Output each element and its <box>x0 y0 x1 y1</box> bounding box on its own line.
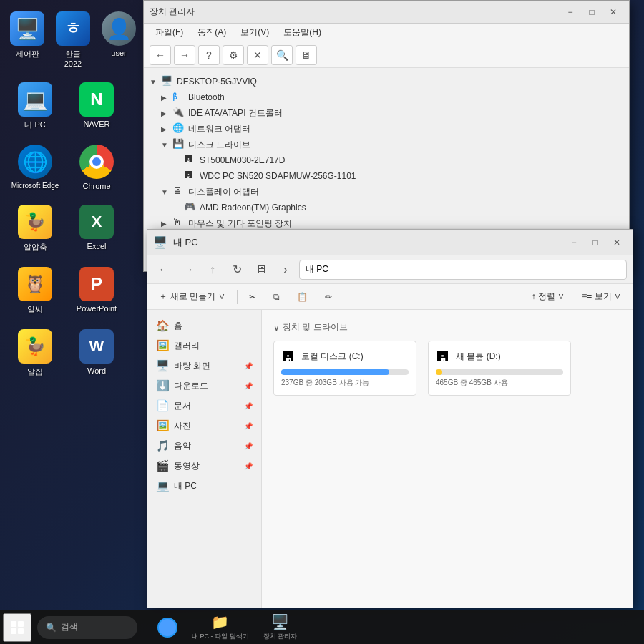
paste-button[interactable]: 📋 <box>291 289 313 305</box>
pin-icon-music: 📌 <box>244 442 253 450</box>
tree-bluetooth[interactable]: ▶ ꞵ Bluetooth <box>161 89 623 105</box>
music-icon: 🎵 <box>156 439 170 452</box>
taskbar-items: 📁 내 PC - 파일 탐색기 🖥️ 장치 관리자 <box>152 612 303 643</box>
file-explorer-window: 🖥️ 내 PC − □ ✕ ← → ↑ ↻ 🖥 › 내 PC ＋ 새로 만들기 … <box>147 229 633 608</box>
explorer-win-controls: − □ ✕ <box>564 234 627 251</box>
taskbar-devmgr-item[interactable]: 🖥️ 장치 관리자 <box>258 612 303 643</box>
cut-button[interactable]: ✂ <box>243 289 262 305</box>
tree-ide[interactable]: ▶ 🔌 IDE ATA/ATAPI 컨트롤러 <box>161 105 623 121</box>
nav-up[interactable]: ↑ <box>202 260 223 280</box>
sidebar-mypc[interactable]: 💻 내 PC <box>147 476 261 496</box>
drive-c-card[interactable]: 🖪 로컬 디스크 (C:) 237GB 중 203GB 사용 가능 <box>273 341 416 396</box>
start-button[interactable] <box>3 613 31 642</box>
toolbar-update[interactable]: ⚙ <box>223 45 244 65</box>
close-button[interactable]: ✕ <box>603 4 623 21</box>
nav-back[interactable]: ← <box>153 260 175 280</box>
desktop-icon-aljip[interactable]: 🦆 알집 <box>7 325 63 381</box>
desktop-icon-hangeul[interactable]: ㅎ 한글 2022 <box>53 7 93 72</box>
explorer-main: ∨ 장치 및 드라이브 🖪 로컬 디스크 (C:) 237GB 중 203GB … <box>262 310 633 608</box>
rename-button[interactable]: ✏ <box>319 289 338 305</box>
sort-button[interactable]: ↑ 정렬 ∨ <box>526 288 571 306</box>
menu-help[interactable]: 도움말(H) <box>278 25 327 40</box>
copy-icon: ⧉ <box>273 292 280 302</box>
drive-c-label: 로컬 디스크 (C:) <box>301 351 364 363</box>
tree-disk[interactable]: ▼ 💾 디스크 드라이브 <box>161 137 623 152</box>
desktop-icon-alssee[interactable]: 🦉 알씨 <box>7 263 63 319</box>
excel-label: Excel <box>87 242 107 250</box>
sidebar-music[interactable]: 🎵 음악 📌 <box>147 436 261 456</box>
drive-c-icon: 🖪 <box>281 348 296 365</box>
drive-c-bar-fill <box>281 369 389 375</box>
nav-forward[interactable]: → <box>177 260 199 280</box>
tree-gpu[interactable]: 🎮 AMD Radeon(TM) Graphics <box>172 200 623 215</box>
taskbar-globe-item[interactable] <box>152 612 183 643</box>
desktop-icon-excel[interactable]: X Excel <box>69 200 125 257</box>
drive-c-header: 🖪 로컬 디스크 (C:) <box>281 348 409 365</box>
edge-icon: 🌐 <box>18 145 52 179</box>
explorer-close[interactable]: ✕ <box>607 234 627 251</box>
nav-more[interactable]: › <box>275 260 296 280</box>
minimize-button[interactable]: − <box>560 4 580 21</box>
maximize-button[interactable]: □ <box>582 4 602 21</box>
sidebar-home[interactable]: 🏠 홈 <box>147 316 261 336</box>
ppt-icon: P <box>79 267 114 301</box>
address-bar[interactable]: 내 PC <box>299 260 627 280</box>
toolbar-properties[interactable]: ? <box>198 45 220 65</box>
toolbar-scan[interactable]: 🔍 <box>271 45 293 65</box>
pictures-icon: 🖼️ <box>156 419 170 432</box>
taskbar-devmgr-icon: 🖥️ <box>271 613 289 630</box>
explorer-titlebar: 🖥️ 내 PC − □ ✕ <box>147 230 633 255</box>
sidebar-pictures[interactable]: 🖼️ 사진 📌 <box>147 416 261 436</box>
menu-action[interactable]: 동작(A) <box>192 25 232 40</box>
taskbar-explorer-item[interactable]: 📁 내 PC - 파일 탐색기 <box>186 612 255 643</box>
sidebar-desktop[interactable]: 🖥️ 바탕 화면 📌 <box>147 356 261 376</box>
taskbar-devmgr-label: 장치 관리자 <box>263 632 298 641</box>
desktop-icon-chrome[interactable]: Chrome <box>69 140 125 195</box>
desktop-icon-alzip[interactable]: 🦆 알압축 <box>7 200 63 257</box>
sidebar-documents[interactable]: 📄 문서 📌 <box>147 396 261 416</box>
naver-label: NAVER <box>83 119 109 128</box>
sidebar-videos[interactable]: 🎬 동영상 📌 <box>147 456 261 476</box>
desktop-icon-mypc[interactable]: 💻 내 PC <box>7 78 63 135</box>
explorer-title-text: 내 PC <box>173 236 558 249</box>
toolbar-monitor[interactable]: 🖥 <box>296 45 317 65</box>
icon-row-6: 🦆 알집 W Word <box>7 325 136 381</box>
tree-network[interactable]: ▶ 🌐 네트워크 어댑터 <box>161 121 623 137</box>
pin-icon-doc: 📌 <box>244 402 253 410</box>
desktop-icon-ppt[interactable]: P PowerPoint <box>69 263 125 319</box>
sidebar-gallery[interactable]: 🖼️ 갤러리 <box>147 336 261 356</box>
sidebar-downloads[interactable]: ⬇️ 다운로드 📌 <box>147 376 261 396</box>
explorer-maximize[interactable]: □ <box>585 234 605 251</box>
drive-d-card[interactable]: 🖪 새 볼륨 (D:) 465GB 중 465GB 사용 <box>428 341 571 396</box>
new-button[interactable]: ＋ 새로 만들기 ∨ <box>153 288 231 306</box>
nav-refresh[interactable]: ↻ <box>226 260 248 280</box>
copy-button[interactable]: ⧉ <box>268 289 286 305</box>
icon-row-3: 🌐 Microsoft Edge Chrome <box>7 140 136 195</box>
menu-file[interactable]: 파일(F) <box>150 25 189 40</box>
tree-hdd2[interactable]: 🖪 WDC PC SN520 SDAPMUW-256G-1101 <box>172 168 623 184</box>
pin-icon-vid: 📌 <box>244 462 253 470</box>
desktop-icon-edge[interactable]: 🌐 Microsoft Edge <box>7 140 63 195</box>
desktop-icon-ctrl-panel[interactable]: 🖥️ 제어판 <box>7 7 47 72</box>
action-divider <box>237 290 238 304</box>
tree-hdd1[interactable]: 🖪 ST500LM030-2E717D <box>172 152 623 168</box>
tree-display[interactable]: ▼ 🖥 디스플레이 어댑터 <box>161 184 623 200</box>
taskbar-search[interactable]: 🔍 검색 <box>37 616 137 639</box>
device-manager-title: 장치 관리자 <box>150 6 195 18</box>
desktop-icon-word[interactable]: W Word <box>69 325 125 381</box>
desktop-icon-user[interactable]: 👤 user <box>99 7 139 72</box>
view-button[interactable]: ≡= 보기 ∨ <box>576 288 627 306</box>
menu-view[interactable]: 보기(V) <box>235 25 275 40</box>
toolbar-back[interactable]: ← <box>150 45 171 65</box>
explorer-minimize[interactable]: − <box>564 234 584 251</box>
ctrl-panel-label: 제어판 <box>16 49 39 59</box>
tree-root[interactable]: ▼ 🖥️ DESKTOP-5GJVVIQ <box>150 74 623 89</box>
alzip-icon: 🦆 <box>18 205 52 239</box>
search-label: 검색 <box>61 621 78 633</box>
toolbar-forward[interactable]: → <box>174 45 195 65</box>
toolbar-uninstall[interactable]: ✕ <box>247 45 268 65</box>
drive-d-bar-bg <box>436 369 563 375</box>
desktop-icon-naver[interactable]: N NAVER <box>69 78 125 135</box>
nav-address-chevron[interactable]: 🖥 <box>250 260 272 280</box>
device-manager-menubar: 파일(F) 동작(A) 보기(V) 도움말(H) <box>144 24 629 42</box>
